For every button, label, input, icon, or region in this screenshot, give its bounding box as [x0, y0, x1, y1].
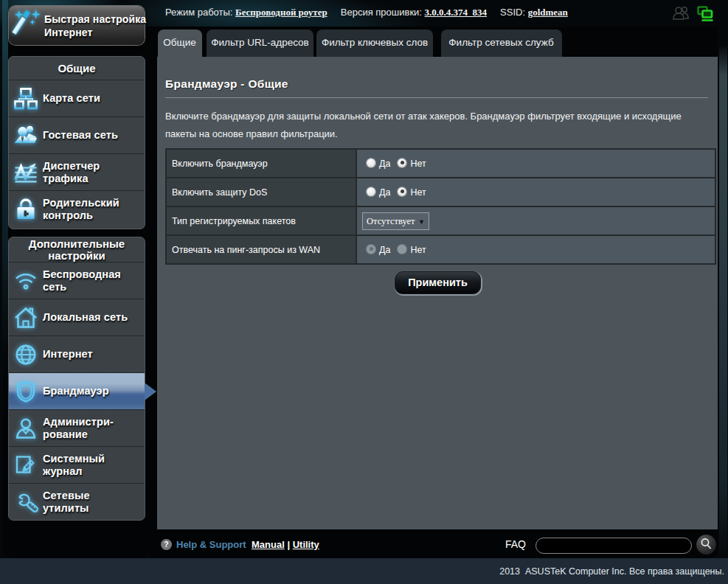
svg-text:?: ?	[164, 540, 168, 549]
